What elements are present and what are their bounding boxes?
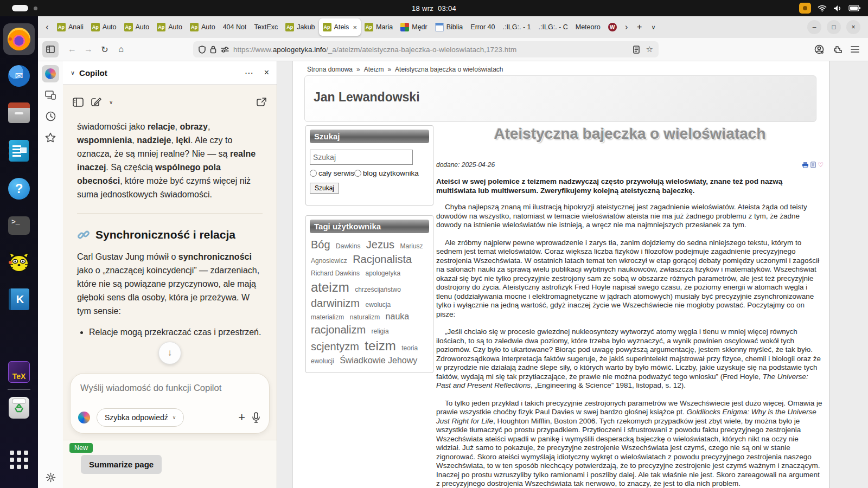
favorite-heart-icon[interactable]: ♡ <box>818 162 824 168</box>
tag-link[interactable]: religia <box>372 328 389 335</box>
sidebar-item-history[interactable] <box>42 107 59 125</box>
tag-link[interactable]: ateizm <box>311 280 349 294</box>
dock-item-show-apps[interactable] <box>7 448 31 472</box>
reload-button[interactable]: ↻ <box>97 41 113 57</box>
dock-item-thunderbird[interactable]: ✉ <box>7 64 31 88</box>
dock-item-files[interactable] <box>7 101 31 125</box>
tag-link[interactable]: Richard Dawkins <box>311 269 360 277</box>
tab-textexc[interactable]: TextExc <box>250 18 282 36</box>
dock-item-kile[interactable]: K <box>7 287 31 311</box>
tag-link[interactable]: racjonalizm <box>311 324 366 336</box>
microphone-icon[interactable] <box>252 412 260 423</box>
tag-link[interactable]: Racjonalista <box>353 253 412 265</box>
tab-error40[interactable]: Error 40 <box>467 18 499 36</box>
tag-link[interactable]: naturalizm <box>350 313 380 321</box>
attach-plus-button[interactable]: + <box>238 410 245 425</box>
chevron-down-icon[interactable]: ∨ <box>71 69 75 76</box>
tab-404[interactable]: 404 Not <box>219 18 251 36</box>
tab-anali[interactable]: ApAnali <box>53 18 87 36</box>
tag-link[interactable]: teizm <box>365 338 395 353</box>
sidebar-item-copilot[interactable] <box>42 65 59 82</box>
system-clock[interactable]: 18 wrz 03:04 <box>0 4 868 12</box>
breadcrumb-home-link[interactable]: Strona domowa <box>307 66 353 73</box>
bookmark-star-icon[interactable]: ☆ <box>646 44 653 54</box>
dock-item-firefox[interactable] <box>7 27 31 51</box>
search-submit-button[interactable]: Szukaj <box>310 183 339 194</box>
webpage-viewport[interactable]: Strona domowa»Ateizm»Ateistyczna bajeczk… <box>277 61 868 488</box>
copilot-input-card[interactable]: Szybka odpowiedź ∨ + <box>70 373 270 434</box>
maximize-button[interactable]: □ <box>827 20 841 34</box>
tag-link[interactable]: apologetyka <box>365 269 400 277</box>
tag-link[interactable]: darwinizm <box>311 297 360 309</box>
dock-item-texstudio[interactable]: TeX <box>7 360 31 384</box>
lock-icon[interactable] <box>210 46 216 54</box>
copilot-more-icon[interactable]: ⋯ <box>245 68 253 78</box>
share-icon[interactable] <box>257 97 267 107</box>
tab-biblia[interactable]: Biblia <box>431 18 467 36</box>
url-text[interactable]: https://www.apologetyka.info/_a/ateizm/a… <box>233 46 629 54</box>
new-chat-chevron-icon[interactable]: ∨ <box>109 99 113 105</box>
tab-auto-1[interactable]: ApAuto <box>87 18 120 36</box>
tab-close-icon[interactable]: × <box>353 23 357 31</box>
tag-link[interactable]: Świadkowie Jehowy <box>340 356 417 365</box>
tab-meteoro[interactable]: Meteoro <box>572 18 604 36</box>
tag-link[interactable]: Jezus <box>366 239 394 251</box>
summarize-page-button[interactable]: Summarize page <box>81 455 162 474</box>
tab-maria[interactable]: ApMaria <box>361 18 397 36</box>
sidebar-item-bookmarks[interactable] <box>42 129 59 146</box>
minimize-button[interactable]: – <box>807 20 821 34</box>
tab-auto-4[interactable]: ApAuto <box>186 18 219 36</box>
copilot-message-input[interactable] <box>79 382 263 394</box>
new-chat-icon[interactable] <box>91 98 101 107</box>
tab-scroll-left-icon[interactable]: ‹ <box>41 22 53 32</box>
forward-button[interactable]: → <box>80 41 97 57</box>
dock-item-terminal[interactable]: >_ <box>7 214 31 237</box>
tab-scroll-right-icon[interactable]: › <box>621 22 633 32</box>
tag-link[interactable]: nauka <box>386 312 410 321</box>
tag-link[interactable]: Dawkins <box>336 242 360 250</box>
extensions-icon[interactable] <box>833 45 842 54</box>
tab-ilg-1[interactable]: .:ILG:. - 1 <box>499 18 534 36</box>
copilot-close-icon[interactable]: × <box>264 68 269 78</box>
home-button[interactable]: ⌂ <box>113 41 129 57</box>
print-icon[interactable] <box>802 162 809 168</box>
tab-ateistyczna-active[interactable]: ApAteis× <box>319 18 361 36</box>
breadcrumb-ateizm-link[interactable]: Ateizm <box>364 66 384 73</box>
window-close-button[interactable]: × <box>846 20 860 34</box>
shield-icon[interactable] <box>199 46 206 54</box>
search-input[interactable] <box>310 150 413 165</box>
pdf-doc-icon[interactable] <box>810 162 816 168</box>
response-mode-dropdown[interactable]: Szybka odpowiedź ∨ <box>97 408 184 427</box>
tag-link[interactable]: ewolucja <box>365 301 391 309</box>
sidebar-settings-gear[interactable] <box>38 472 63 483</box>
reader-mode-icon[interactable] <box>633 46 640 54</box>
system-tray[interactable] <box>799 0 860 16</box>
account-icon[interactable] <box>814 44 824 54</box>
screen-capture-indicator-icon[interactable] <box>799 3 811 14</box>
tab-auto-2[interactable]: ApAuto <box>120 18 154 36</box>
tag-link[interactable]: chrześcijaństwo <box>355 286 401 293</box>
permissions-icon[interactable] <box>221 46 229 53</box>
dock-item-libreoffice[interactable] <box>7 139 31 163</box>
radio-user-blog[interactable] <box>354 170 361 177</box>
scroll-to-bottom-button[interactable]: ↓ <box>158 342 181 364</box>
tag-link[interactable]: scjentyzm <box>311 341 359 352</box>
tab-auto-3[interactable]: ApAuto <box>153 18 186 36</box>
menu-hamburger-icon[interactable] <box>851 46 859 53</box>
tab-ilg-c[interactable]: .:ILG:. - C <box>535 18 572 36</box>
panel-toggle-icon[interactable] <box>73 98 84 107</box>
list-all-tabs-icon[interactable]: ∨ <box>647 24 661 31</box>
copilot-chat-area[interactable]: świadomości jako relacje, obrazy, wspomn… <box>63 118 277 370</box>
dock-item-help[interactable]: ? <box>7 177 31 201</box>
radio-whole-site[interactable] <box>310 170 317 177</box>
url-bar[interactable]: https://www.apologetyka.info/_a/ateizm/a… <box>193 41 659 57</box>
sidebar-toggle-button[interactable] <box>42 41 59 57</box>
dock-item-trash[interactable] <box>7 396 31 420</box>
back-button[interactable]: ← <box>64 41 80 57</box>
new-tab-button[interactable]: + <box>633 22 647 32</box>
tag-link[interactable]: materializm <box>311 313 344 321</box>
tab-medr[interactable]: Mędr <box>397 18 431 36</box>
dock-item-cat-app[interactable] <box>7 251 31 274</box>
tab-maroon[interactable]: W <box>604 18 621 36</box>
sidebar-item-synced-tabs[interactable] <box>42 86 59 104</box>
